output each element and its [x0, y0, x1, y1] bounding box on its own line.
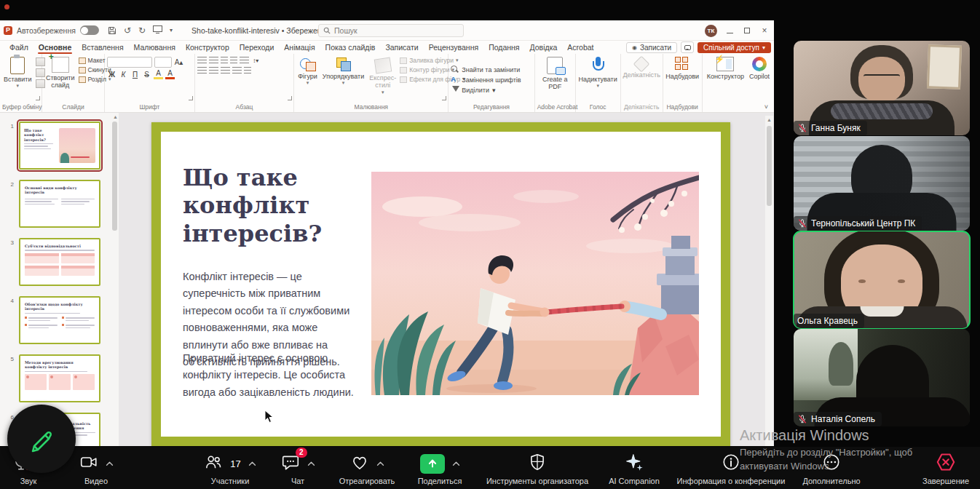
- annotation-pencil-button[interactable]: [7, 405, 76, 473]
- qat-customize-icon[interactable]: ▾: [170, 27, 173, 33]
- indent-increase-icon[interactable]: [230, 57, 237, 65]
- toolbar-chat-button[interactable]: 2Чат: [274, 453, 322, 485]
- underline-button[interactable]: П: [130, 71, 140, 79]
- designer-button[interactable]: Конструктор: [706, 56, 746, 81]
- ribbon-group-designer: Конструктор Copilot: [703, 54, 774, 112]
- chevron-up-icon[interactable]: [452, 461, 460, 466]
- collapse-ribbon-icon[interactable]: ˅: [764, 103, 768, 111]
- slide-thumbnail-3[interactable]: 3Суб'єкти відповідальності: [0, 238, 111, 286]
- panel-scroll-up-icon[interactable]: ▲: [113, 114, 118, 119]
- bullets-icon[interactable]: [197, 57, 207, 65]
- powerpoint-logo-icon: [4, 26, 12, 35]
- slide-thumbnail-4[interactable]: 4Обов'язки щодо конфлікту інтересів: [0, 296, 111, 344]
- scroll-up-icon[interactable]: ▲: [767, 117, 772, 122]
- slide-thumbnail-number: 4: [0, 296, 19, 344]
- addins-button[interactable]: Надбудови: [664, 56, 700, 81]
- redo-icon[interactable]: ↻: [138, 25, 146, 36]
- font-name-select[interactable]: [107, 57, 152, 68]
- find-replace-button[interactable]: Знайти та замінити: [451, 65, 520, 73]
- ribbon-tab-Конструктор[interactable]: Конструктор: [181, 41, 234, 54]
- toolbar-label: Информация о конференции: [677, 477, 786, 485]
- font-size-select[interactable]: [154, 57, 172, 68]
- record-button[interactable]: Записати: [626, 42, 677, 53]
- autosave-toggle[interactable]: [80, 25, 99, 35]
- toolbar-video-button[interactable]: Видео: [73, 453, 119, 485]
- ribbon-tab-Переходи[interactable]: Переходи: [234, 41, 280, 54]
- ribbon-group-drawing: Фігури▾ Упорядкувати▾ Експрес-стилі▾ Зал…: [294, 54, 448, 112]
- ribbon-tab-Анімація[interactable]: Анімація: [279, 41, 320, 54]
- share-access-button[interactable]: Спільний доступ▾: [698, 42, 771, 53]
- italic-button[interactable]: К: [119, 71, 128, 79]
- columns-icon[interactable]: [244, 67, 251, 75]
- slide-thumbnail-2[interactable]: 2Основні види конфлікту інтересів: [0, 180, 111, 228]
- numbering-icon[interactable]: [209, 57, 218, 65]
- search-input[interactable]: Пошук: [318, 24, 464, 37]
- undo-icon[interactable]: ↺: [124, 25, 131, 36]
- slide-thumbnail-5[interactable]: 5Методи врегулювання конфлікту інтересів: [0, 354, 111, 402]
- strikethrough-button[interactable]: S: [142, 71, 151, 79]
- sensitivity-button[interactable]: Делікатність: [621, 56, 661, 79]
- replace-fonts-button[interactable]: АЗамінення шрифтів: [451, 76, 521, 84]
- align-left-icon[interactable]: [197, 67, 207, 75]
- participant-video-1[interactable]: Ганна Буняк: [794, 41, 970, 135]
- panel-scrollbar[interactable]: [112, 122, 117, 231]
- toolbar-more-button[interactable]: Дополнительно: [789, 453, 874, 485]
- chevron-up-icon[interactable]: [248, 461, 256, 466]
- ribbon-tab-Вставлення[interactable]: Вставлення: [76, 41, 128, 54]
- current-slide[interactable]: Що таке конфлікт інтересів? Конфлікт інт…: [151, 122, 730, 446]
- ribbon-tab-Довідка[interactable]: Довідка: [525, 41, 563, 54]
- bold-button[interactable]: Ж: [107, 71, 116, 79]
- line-spacing-icon[interactable]: [240, 57, 249, 65]
- font-color-icon[interactable]: А: [165, 70, 175, 79]
- slide-thumbnail-1[interactable]: 1Що таке конфлікт інтересів?: [0, 122, 111, 170]
- mic-muted-icon: [797, 414, 807, 424]
- align-center-icon[interactable]: [209, 67, 218, 75]
- copilot-button[interactable]: Copilot: [748, 56, 771, 81]
- align-right-icon[interactable]: [221, 67, 230, 75]
- ribbon-tab-Основне[interactable]: Основне: [33, 41, 76, 54]
- grow-font-icon[interactable]: A▴: [174, 58, 183, 66]
- participant-name-tag: Ольга Кравець: [794, 314, 864, 328]
- arrange-button[interactable]: Упорядкувати▾: [321, 56, 365, 87]
- toolbar-participants-button[interactable]: 17Участники: [197, 453, 264, 485]
- text-direction-icon[interactable]: ↕▾: [251, 57, 261, 64]
- create-pdf-button[interactable]: Create a PDF: [537, 56, 573, 92]
- toolbar-meeting-info-button[interactable]: Информация о конференции: [663, 453, 799, 485]
- chevron-up-icon[interactable]: [307, 461, 315, 466]
- account-avatar[interactable]: ТК: [705, 25, 717, 37]
- participant-video-2[interactable]: Тернопільський Центр ПК: [794, 136, 970, 231]
- ribbon-tab-Подання[interactable]: Подання: [483, 41, 524, 54]
- chevron-up-icon[interactable]: [376, 461, 384, 466]
- restore-button[interactable]: [742, 25, 752, 36]
- comments-button[interactable]: [681, 41, 694, 53]
- participant-video-4[interactable]: Наталія Сопель: [794, 329, 970, 426]
- save-icon[interactable]: [108, 26, 116, 35]
- indent-decrease-icon[interactable]: [221, 57, 228, 65]
- justify-icon[interactable]: [232, 67, 242, 75]
- ribbon-group-font: A▴ Ж К П S А А Шрифт: [105, 54, 195, 112]
- video-icon: [79, 453, 98, 474]
- ribbon-tab-Записати[interactable]: Записати: [380, 41, 423, 54]
- canvas-scrollbar[interactable]: ▲ ▼: [765, 116, 773, 446]
- ribbon-tab-Файл[interactable]: Файл: [4, 41, 33, 54]
- quick-styles-button[interactable]: Експрес-стилі▾: [368, 56, 398, 96]
- ribbon-tab-Рецензування[interactable]: Рецензування: [424, 41, 483, 54]
- toolbar-share-button[interactable]: Поделиться: [414, 453, 466, 485]
- dictate-button[interactable]: Надиктувати▾: [577, 56, 619, 90]
- show-desktop-icon[interactable]: [153, 25, 162, 36]
- ribbon-tab-Acrobat[interactable]: Acrobat: [562, 41, 598, 54]
- shapes-button[interactable]: Фігури▾: [296, 56, 319, 87]
- new-slide-button[interactable]: Створити слайд: [44, 56, 76, 90]
- toolbar-host-tools-button[interactable]: Инструменты организатора: [473, 453, 601, 485]
- ribbon-tab-Малювання[interactable]: Малювання: [129, 41, 181, 54]
- minimize-button[interactable]: [724, 25, 735, 36]
- toolbar-react-button[interactable]: Отреагировать: [326, 453, 408, 485]
- highlight-color-icon[interactable]: А: [154, 70, 163, 79]
- ribbon-tab-Показ слайдів[interactable]: Показ слайдів: [320, 41, 381, 54]
- close-button[interactable]: ×: [759, 25, 770, 36]
- toolbar-end-button[interactable]: Завершение: [910, 453, 980, 485]
- participant-video-3[interactable]: Ольга Кравець: [794, 231, 970, 328]
- paste-button[interactable]: Вставити▾: [2, 56, 33, 90]
- select-button[interactable]: Виділити▾: [451, 86, 495, 94]
- chevron-up-icon[interactable]: [106, 461, 114, 466]
